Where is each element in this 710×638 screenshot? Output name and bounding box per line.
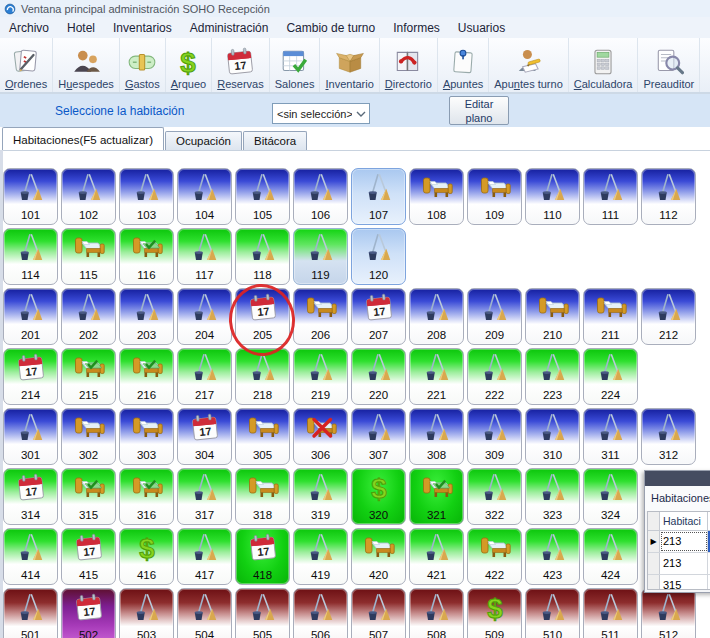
menu-item-administracion[interactable]: Administración: [181, 17, 278, 38]
room-tile-115[interactable]: 115: [61, 228, 116, 285]
room-tile-107[interactable]: 107: [351, 168, 406, 225]
tab-bitacora[interactable]: Bitácora: [243, 131, 307, 150]
room-tile-314[interactable]: 314: [3, 468, 58, 525]
room-tile-102[interactable]: 102: [61, 168, 116, 225]
room-tile-509[interactable]: 509: [467, 588, 522, 638]
ordenes-button[interactable]: Ordenes: [0, 38, 53, 92]
room-tile-210[interactable]: 210: [525, 288, 580, 345]
room-tile-212[interactable]: 212: [641, 288, 696, 345]
popup-row[interactable]: ▶21325/: [648, 531, 710, 553]
room-tile-507[interactable]: 507: [351, 588, 406, 638]
room-tile-118[interactable]: 118: [235, 228, 290, 285]
cell-habitacion[interactable]: 213: [660, 553, 708, 574]
huespedes-button[interactable]: Huespedes: [53, 38, 120, 92]
habitaciones-popup-window[interactable]: Habitaciones Habitaci Lle ▶21325/2137/03…: [644, 470, 710, 593]
room-tile-310[interactable]: 310: [525, 408, 580, 465]
inventario-button[interactable]: Inventario: [320, 38, 379, 92]
edit-plan-button[interactable]: Editar plano: [449, 96, 509, 125]
preauditor-button[interactable]: Preauditor: [638, 38, 700, 92]
room-tile-120[interactable]: 120: [351, 228, 406, 285]
calculadora-button[interactable]: Calculadora: [569, 38, 639, 92]
room-tile-304[interactable]: 304: [177, 408, 232, 465]
room-tile-424[interactable]: 424: [583, 528, 638, 585]
room-tile-221[interactable]: 221: [409, 348, 464, 405]
room-tile-317[interactable]: 317: [177, 468, 232, 525]
room-tile-420[interactable]: 420: [351, 528, 406, 585]
room-tile-501[interactable]: 501: [3, 588, 58, 638]
room-tile-218[interactable]: 218: [235, 348, 290, 405]
room-tile-207[interactable]: 207: [351, 288, 406, 345]
popup-row[interactable]: 31524/: [648, 575, 710, 590]
room-tile-104[interactable]: 104: [177, 168, 232, 225]
room-tile-201[interactable]: 201: [3, 288, 58, 345]
arqueo-button[interactable]: Arqueo: [166, 38, 212, 92]
apuntes-button[interactable]: Apuntes: [438, 38, 489, 92]
room-tile-423[interactable]: 423: [525, 528, 580, 585]
salones-button[interactable]: Salones: [270, 38, 321, 92]
room-tile-506[interactable]: 506: [293, 588, 348, 638]
room-tile-322[interactable]: 322: [467, 468, 522, 525]
chevron-down-icon[interactable]: [352, 104, 369, 123]
room-tile-306[interactable]: 306: [293, 408, 348, 465]
room-tile-418[interactable]: 418: [235, 528, 290, 585]
room-tile-209[interactable]: 209: [467, 288, 522, 345]
room-tile-103[interactable]: 103: [119, 168, 174, 225]
menu-item-hotel[interactable]: Hotel: [58, 17, 104, 38]
room-tile-223[interactable]: 223: [525, 348, 580, 405]
room-tile-307[interactable]: 307: [351, 408, 406, 465]
room-tile-422[interactable]: 422: [467, 528, 522, 585]
room-tile-220[interactable]: 220: [351, 348, 406, 405]
room-tile-211[interactable]: 211: [583, 288, 638, 345]
menu-item-inventarios[interactable]: Inventarios: [104, 17, 181, 38]
room-tile-324[interactable]: 324: [583, 468, 638, 525]
room-tile-114[interactable]: 114: [3, 228, 58, 285]
room-tile-302[interactable]: 302: [61, 408, 116, 465]
room-tile-503[interactable]: 503: [119, 588, 174, 638]
room-tile-421[interactable]: 421: [409, 528, 464, 585]
room-tile-222[interactable]: 222: [467, 348, 522, 405]
room-tile-512[interactable]: 512: [641, 588, 696, 638]
room-tile-321[interactable]: 321: [409, 468, 464, 525]
room-tile-216[interactable]: 216: [119, 348, 174, 405]
room-tile-219[interactable]: 219: [293, 348, 348, 405]
room-tile-320[interactable]: 320: [351, 468, 406, 525]
room-tile-117[interactable]: 117: [177, 228, 232, 285]
room-tile-111[interactable]: 111: [583, 168, 638, 225]
room-tile-202[interactable]: 202: [61, 288, 116, 345]
room-tile-309[interactable]: 309: [467, 408, 522, 465]
menu-item-archivo[interactable]: Archivo: [0, 17, 58, 38]
room-tile-417[interactable]: 417: [177, 528, 232, 585]
room-tile-419[interactable]: 419: [293, 528, 348, 585]
room-tile-315[interactable]: 315: [61, 468, 116, 525]
room-tile-224[interactable]: 224: [583, 348, 638, 405]
room-tile-316[interactable]: 316: [119, 468, 174, 525]
room-tile-511[interactable]: 511: [583, 588, 638, 638]
room-select-dropdown[interactable]: <sin selección>: [272, 103, 370, 124]
directorio-button[interactable]: Directorio: [380, 38, 438, 92]
cell-habitacion[interactable]: 315: [660, 575, 708, 590]
popup-row[interactable]: 2137/0: [648, 553, 710, 575]
room-tile-318[interactable]: 318: [235, 468, 290, 525]
room-tile-206[interactable]: 206: [293, 288, 348, 345]
room-tile-312[interactable]: 312: [641, 408, 696, 465]
cell-habitacion[interactable]: 213: [660, 531, 708, 552]
room-tile-504[interactable]: 504: [177, 588, 232, 638]
room-tile-116[interactable]: 116: [119, 228, 174, 285]
menu-item-usuarios[interactable]: Usuarios: [449, 17, 514, 38]
reservas-button[interactable]: Reservas: [212, 38, 269, 92]
room-tile-415[interactable]: 415: [61, 528, 116, 585]
apuntes-turno-button[interactable]: Apuntes turno: [489, 38, 569, 92]
tab-ocupacion[interactable]: Ocupación: [165, 131, 242, 150]
tab-habitaciones-f5-actualizar[interactable]: Habitaciones(F5 actualizar): [2, 127, 164, 150]
room-tile-101[interactable]: 101: [3, 168, 58, 225]
room-tile-105[interactable]: 105: [235, 168, 290, 225]
room-tile-301[interactable]: 301: [3, 408, 58, 465]
menu-item-informes[interactable]: Informes: [384, 17, 449, 38]
room-tile-205[interactable]: 205: [235, 288, 290, 345]
room-tile-311[interactable]: 311: [583, 408, 638, 465]
column-header-habitacion[interactable]: Habitaci: [660, 512, 708, 530]
room-tile-112[interactable]: 112: [641, 168, 696, 225]
room-tile-505[interactable]: 505: [235, 588, 290, 638]
room-tile-303[interactable]: 303: [119, 408, 174, 465]
room-tile-217[interactable]: 217: [177, 348, 232, 405]
